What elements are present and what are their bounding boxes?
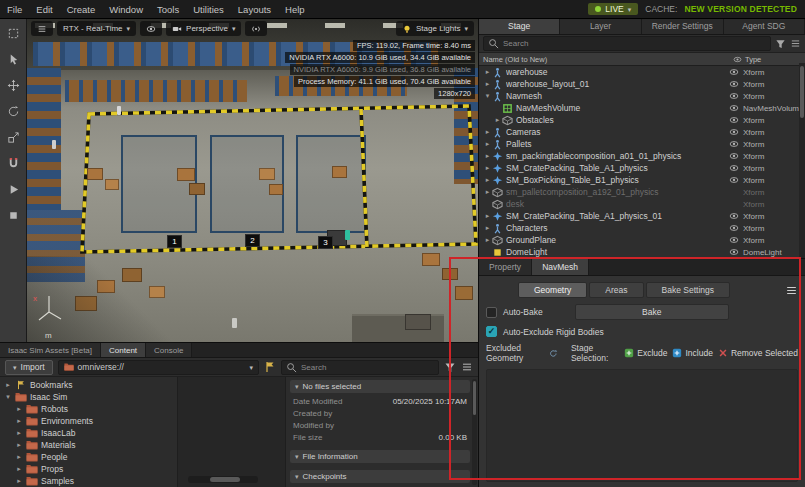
details-scrollbar[interactable] bbox=[472, 379, 477, 485]
tree-expander[interactable]: ▸ bbox=[15, 441, 23, 449]
tree-expander[interactable]: ▸ bbox=[483, 152, 492, 160]
stage-tree-row[interactable]: ▸ObstaclesXform bbox=[479, 114, 799, 126]
capture-menu-button[interactable] bbox=[245, 21, 267, 36]
tab-content[interactable]: Content bbox=[101, 343, 146, 357]
refresh-icon[interactable] bbox=[549, 348, 558, 359]
tree-expander[interactable]: ▸ bbox=[15, 405, 23, 413]
tree-expander[interactable]: ▸ bbox=[483, 128, 492, 136]
folder-tree-row[interactable]: ▾Isaac Sim bbox=[0, 391, 177, 403]
stage-tree-row[interactable]: ▸sm_palletcomposition_a192_01_physicsXfo… bbox=[479, 186, 799, 198]
tab-agent-sdg[interactable]: Agent SDG bbox=[724, 18, 805, 34]
folder-tree-row[interactable]: ▸Materials bbox=[0, 439, 177, 451]
stage-tree-row[interactable]: ▸SM_CratePacking_Table_A1_physicsXform bbox=[479, 162, 799, 174]
scrollbar-thumb[interactable] bbox=[473, 381, 476, 415]
scrollbar-thumb[interactable] bbox=[800, 66, 804, 118]
auto-bake-checkbox[interactable] bbox=[486, 307, 497, 318]
menu-edit[interactable]: Edit bbox=[29, 4, 59, 15]
stage-tree-row[interactable]: ▸warehouseXform bbox=[479, 66, 799, 78]
stop-button[interactable] bbox=[5, 207, 22, 224]
include-button[interactable]: Include bbox=[672, 348, 712, 358]
tab-property[interactable]: Property bbox=[479, 259, 532, 275]
tree-expander[interactable]: ▸ bbox=[15, 477, 23, 485]
visibility-toggle[interactable] bbox=[727, 79, 743, 89]
import-button[interactable]: ▾ Import bbox=[5, 360, 53, 375]
stage-tree-row[interactable]: ▾NavmeshXform bbox=[479, 90, 799, 102]
chevron-down-icon[interactable]: ▾ bbox=[249, 364, 253, 371]
tree-expander[interactable]: ▸ bbox=[483, 140, 492, 148]
path-bar[interactable]: omniverse:// ▾ bbox=[58, 360, 259, 375]
segment-geometry[interactable]: Geometry bbox=[518, 282, 587, 298]
section-header-file-information[interactable]: ▾File Information bbox=[290, 450, 470, 463]
tree-expander[interactable]: ▸ bbox=[483, 212, 492, 220]
tab-stage[interactable]: Stage bbox=[479, 18, 560, 34]
menu-create[interactable]: Create bbox=[60, 4, 103, 15]
exclude-button[interactable]: Exclude bbox=[624, 348, 667, 358]
folder-tree-row[interactable]: ▸IsaacLab bbox=[0, 427, 177, 439]
menu-help[interactable]: Help bbox=[278, 4, 312, 15]
tree-expander[interactable]: ▾ bbox=[4, 393, 12, 401]
visibility-column-header[interactable] bbox=[729, 55, 745, 64]
menu-tools[interactable]: Tools bbox=[150, 4, 186, 15]
stage-tree-row[interactable]: ▸SM_BoxPicking_Table_B1_physicsXform bbox=[479, 174, 799, 186]
viewport-3d[interactable]: 123 x m RTX - Real-Time ▾ bbox=[27, 18, 478, 342]
bake-button[interactable]: Bake bbox=[575, 304, 729, 320]
visibility-toggle[interactable] bbox=[727, 235, 743, 245]
menu-layouts[interactable]: Layouts bbox=[231, 4, 278, 15]
tab-render-settings[interactable]: Render Settings bbox=[642, 18, 724, 34]
visibility-toggle[interactable] bbox=[727, 127, 743, 137]
section-header-checkpoints[interactable]: ▾Checkpoints bbox=[290, 470, 470, 483]
stage-tree-row[interactable]: DomeLightDomeLight bbox=[479, 246, 799, 258]
live-button[interactable]: LIVE ▾ bbox=[588, 3, 638, 15]
renderer-dropdown[interactable]: RTX - Real-Time ▾ bbox=[57, 21, 136, 36]
visibility-toggle[interactable] bbox=[727, 67, 743, 77]
stage-tree-row[interactable]: deskXform bbox=[479, 198, 799, 210]
tree-expander[interactable]: ▸ bbox=[15, 417, 23, 425]
bookmark-icon[interactable] bbox=[264, 361, 276, 373]
tree-expander[interactable]: ▸ bbox=[15, 429, 23, 437]
tree-expander[interactable]: ▸ bbox=[483, 68, 492, 76]
tree-expander[interactable]: ▾ bbox=[483, 92, 492, 100]
filter-icon[interactable] bbox=[444, 361, 456, 373]
type-column-header[interactable]: Type bbox=[745, 55, 801, 64]
cursor-tool-button[interactable] bbox=[5, 51, 22, 68]
stage-search-input[interactable]: Search bbox=[483, 36, 771, 51]
thumbnail-size-slider[interactable] bbox=[188, 476, 258, 483]
tab-navmesh[interactable]: NavMesh bbox=[532, 259, 589, 275]
tab-isaac-sim-assets-beta-[interactable]: Isaac Sim Assets [Beta] bbox=[0, 343, 101, 357]
selection-header[interactable]: ▾ No files selected bbox=[290, 380, 470, 393]
tree-expander[interactable]: ▸ bbox=[493, 116, 502, 124]
tree-expander[interactable]: ▸ bbox=[483, 236, 492, 244]
stage-tree-row[interactable]: NavMeshVolumeNavMeshVolume bbox=[479, 102, 799, 114]
viewport-menu-button[interactable] bbox=[31, 21, 53, 36]
folder-tree-row[interactable]: ▸Environments bbox=[0, 415, 177, 427]
visibility-toggle[interactable] bbox=[727, 211, 743, 221]
folder-tree-row[interactable]: ▸Robots bbox=[0, 403, 177, 415]
select-tool-button[interactable] bbox=[5, 25, 22, 42]
view-options-icon[interactable] bbox=[461, 361, 473, 373]
tree-expander[interactable]: ▸ bbox=[483, 188, 492, 196]
visibility-toggle[interactable] bbox=[727, 103, 743, 113]
stage-tree-row[interactable]: ▸sm_packingtablecomposition_a01_01_physi… bbox=[479, 150, 799, 162]
content-search-input[interactable]: Search bbox=[281, 360, 439, 375]
visibility-toggle[interactable] bbox=[727, 223, 743, 233]
filter-icon[interactable] bbox=[775, 38, 786, 49]
segment-bake-settings[interactable]: Bake Settings bbox=[646, 282, 730, 298]
stage-tree-row[interactable]: ▸GroundPlaneXform bbox=[479, 234, 799, 246]
visibility-toggle[interactable] bbox=[727, 175, 743, 185]
stage-tree-row[interactable]: ▸PalletsXform bbox=[479, 138, 799, 150]
tree-expander[interactable]: ▸ bbox=[15, 453, 23, 461]
options-icon[interactable] bbox=[785, 284, 798, 297]
scale-tool-button[interactable] bbox=[5, 129, 22, 146]
camera-dropdown[interactable]: Perspective ▾ bbox=[166, 21, 241, 36]
visibility-toggle[interactable] bbox=[727, 247, 743, 257]
folder-tree-row[interactable]: ▸People bbox=[0, 451, 177, 463]
folder-tree-row[interactable]: ▸Bookmarks bbox=[0, 379, 177, 391]
stage-lights-dropdown[interactable]: Stage Lights ▾ bbox=[396, 21, 474, 36]
options-icon[interactable] bbox=[790, 38, 801, 49]
folder-tree-row[interactable]: ▸Props bbox=[0, 463, 177, 475]
stage-tree-row[interactable]: ▸warehouse_layout_01Xform bbox=[479, 78, 799, 90]
tree-expander[interactable]: ▸ bbox=[483, 224, 492, 232]
play-button[interactable] bbox=[5, 181, 22, 198]
menu-window[interactable]: Window bbox=[102, 4, 150, 15]
name-column-header[interactable]: Name (Old to New) bbox=[483, 55, 729, 64]
